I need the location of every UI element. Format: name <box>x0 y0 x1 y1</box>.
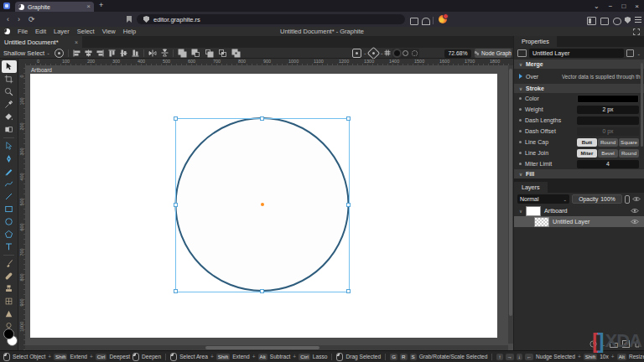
tool-gradient[interactable] <box>2 123 17 136</box>
flip-horizontal-icon[interactable] <box>148 49 157 57</box>
boolean-union-icon[interactable] <box>178 49 187 58</box>
document-tab-close-icon[interactable]: × <box>75 39 78 45</box>
menu-edit[interactable]: Edit <box>35 28 46 35</box>
panel-icon[interactable] <box>600 18 609 25</box>
url-bar[interactable]: editor.graphite.rs <box>137 14 405 24</box>
menu-select[interactable]: Select <box>77 28 95 35</box>
tool-heal[interactable] <box>2 270 17 282</box>
window-maximize-button[interactable]: □ <box>621 3 626 10</box>
scrollbar-thumb[interactable] <box>205 346 319 349</box>
bookmark-icon[interactable] <box>127 16 132 23</box>
selection-handle[interactable] <box>174 116 178 121</box>
tool-patch[interactable] <box>2 295 17 308</box>
tab-close-icon[interactable]: × <box>86 3 91 10</box>
tool-navigate[interactable] <box>2 85 17 98</box>
view-mode-normal-icon[interactable] <box>394 50 400 56</box>
menu-file[interactable]: File <box>18 28 28 35</box>
primary-color-swatch[interactable] <box>3 328 14 339</box>
tool-eyedropper[interactable] <box>2 98 17 111</box>
selection-handle[interactable] <box>174 203 178 207</box>
tool-spline[interactable] <box>2 178 17 190</box>
selection-handle[interactable] <box>174 289 178 293</box>
flip-vertical-icon[interactable] <box>161 49 169 57</box>
tool-polygon[interactable] <box>2 228 17 240</box>
reload-icon[interactable]: ⟳ <box>29 15 35 23</box>
boolean-subtract-front-icon[interactable] <box>191 49 200 58</box>
layer-row-artboard[interactable]: ∨ Artboard <box>514 205 644 216</box>
tool-clone[interactable] <box>2 282 17 295</box>
align-top-icon[interactable] <box>108 49 116 57</box>
tool-line[interactable] <box>2 190 17 203</box>
visibility-eye-icon[interactable] <box>631 208 639 214</box>
back-icon[interactable]: ‹ <box>7 15 9 23</box>
chevron-down-icon[interactable]: ⌄ <box>636 51 641 56</box>
layer-row-untitled[interactable]: Untitled Layer <box>514 216 644 227</box>
forward-icon[interactable]: › <box>18 15 20 23</box>
extension-badge-icon[interactable] <box>439 15 447 23</box>
expand-chevron-icon[interactable]: ∨ <box>519 209 522 214</box>
tool-detail[interactable] <box>2 308 17 320</box>
menu-layer[interactable]: Layer <box>54 28 70 35</box>
tool-text[interactable] <box>2 240 17 253</box>
line-cap-round[interactable]: Round <box>598 138 618 147</box>
tool-fill[interactable] <box>2 111 17 123</box>
visibility-eye-icon[interactable] <box>632 196 641 202</box>
viewport[interactable]: 0100200300400500600700800900100011001200… <box>18 59 513 350</box>
layer-name-input[interactable]: Untitled Layer <box>529 49 624 58</box>
view-mode-pixels-icon[interactable] <box>412 50 418 56</box>
boolean-intersect-icon[interactable] <box>218 49 227 58</box>
layer-preview-icon[interactable] <box>626 49 634 57</box>
sidebar-toggle-icon[interactable] <box>587 17 596 25</box>
window-menu-button[interactable]: ⌄ <box>594 3 600 10</box>
permissions-shield-icon[interactable] <box>143 16 149 23</box>
dash-lengths-input[interactable] <box>577 116 639 125</box>
tool-pen[interactable] <box>2 153 17 165</box>
miter-limit-input[interactable]: 4 <box>577 160 639 168</box>
tool-brush[interactable] <box>2 257 17 270</box>
tool-path[interactable] <box>2 140 17 153</box>
section-merge[interactable]: ∨ Merge <box>514 59 644 69</box>
selection-mode-dropdown[interactable]: Shallow Select ⌄ <box>3 49 50 57</box>
tab-properties[interactable]: Properties <box>514 36 557 47</box>
fullscreen-icon[interactable] <box>633 28 640 35</box>
working-colors[interactable] <box>2 328 17 349</box>
tool-freehand[interactable] <box>2 165 17 178</box>
node-graph-button[interactable]: Node Graph <box>475 49 512 58</box>
line-join-round[interactable]: Round <box>619 149 639 158</box>
line-join-bevel[interactable]: Bevel <box>598 149 618 158</box>
opacity-slider[interactable]: Opacity 100% <box>572 194 622 204</box>
selection-handle[interactable] <box>346 116 351 121</box>
share-icon[interactable] <box>422 18 430 25</box>
tool-select[interactable] <box>2 60 17 73</box>
view-mode-outline-icon[interactable] <box>402 50 408 56</box>
align-right-icon[interactable] <box>96 49 104 57</box>
section-stroke[interactable]: ∨ Stroke <box>514 84 644 93</box>
tool-rectangle[interactable] <box>2 203 17 215</box>
align-center-horizontal-icon[interactable] <box>85 49 92 57</box>
line-cap-butt[interactable]: Butt <box>577 138 597 147</box>
align-center-vertical-icon[interactable] <box>120 49 127 57</box>
tool-artboard[interactable] <box>2 73 17 85</box>
window-close-button[interactable]: × <box>635 3 639 10</box>
overlays-dropdown[interactable]: ⌄ <box>352 49 367 58</box>
menu-help[interactable]: Help <box>123 28 136 35</box>
section-fill[interactable]: ∨ Fill <box>514 169 644 178</box>
pasteboard[interactable]: Artboard <box>25 65 506 344</box>
snapping-dropdown[interactable]: ⌄ <box>369 49 384 58</box>
tab-layers[interactable]: Layers <box>514 182 548 193</box>
stroke-color-swatch[interactable] <box>577 95 639 103</box>
firefox-view-icon[interactable] <box>3 3 10 9</box>
weight-input[interactable]: 2 px <box>577 106 639 114</box>
clip-icon[interactable] <box>625 195 630 204</box>
selection-handle[interactable] <box>346 289 351 293</box>
blend-mode-dropdown[interactable]: Normal ⌄ <box>517 194 569 204</box>
line-cap-square[interactable]: Square <box>619 138 639 147</box>
align-bottom-icon[interactable] <box>132 49 139 57</box>
selection-handle[interactable] <box>346 203 351 207</box>
graphite-logo-icon[interactable] <box>4 28 10 34</box>
window-minimize-button[interactable]: − <box>609 3 613 10</box>
selection-handle[interactable] <box>260 289 264 293</box>
line-join-miter[interactable]: Miter <box>577 149 597 158</box>
adblock-shield-icon[interactable] <box>625 17 631 23</box>
hamburger-menu-icon[interactable] <box>635 17 641 23</box>
